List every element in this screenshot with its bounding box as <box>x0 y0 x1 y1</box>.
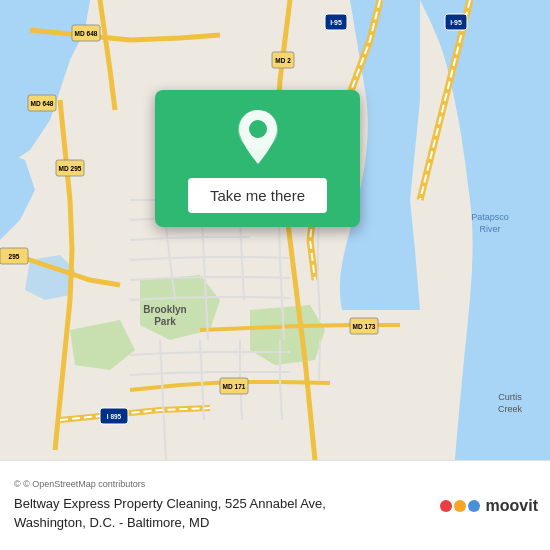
svg-text:I·95: I·95 <box>330 19 342 26</box>
moovit-logo-icon <box>438 490 482 522</box>
osm-credit: © © OpenStreetMap contributors <box>14 479 428 489</box>
svg-text:MD 2: MD 2 <box>275 57 291 64</box>
app-container: I·95 I·95 I·95 MD 648 MD 648 MD 2 MD 295… <box>0 0 550 550</box>
business-address: Beltway Express Property Cleaning, 525 A… <box>14 495 394 531</box>
map-pin-icon <box>234 108 282 166</box>
osm-credit-text: © OpenStreetMap contributors <box>23 479 145 489</box>
map-svg: I·95 I·95 I·95 MD 648 MD 648 MD 2 MD 295… <box>0 0 550 460</box>
svg-text:I·95: I·95 <box>450 19 462 26</box>
svg-text:I 895: I 895 <box>107 413 122 420</box>
svg-text:Brooklyn: Brooklyn <box>143 304 186 315</box>
svg-text:MD 648: MD 648 <box>31 100 54 107</box>
location-card: Take me there <box>155 90 360 227</box>
svg-text:River: River <box>479 224 500 234</box>
svg-text:295: 295 <box>9 253 20 260</box>
svg-point-33 <box>468 500 480 512</box>
svg-text:MD 648: MD 648 <box>75 30 98 37</box>
map-area: I·95 I·95 I·95 MD 648 MD 648 MD 2 MD 295… <box>0 0 550 460</box>
svg-text:Creek: Creek <box>498 404 523 414</box>
svg-text:MD 171: MD 171 <box>223 383 246 390</box>
svg-point-31 <box>440 500 452 512</box>
bottom-info: © © OpenStreetMap contributors Beltway E… <box>14 479 428 531</box>
moovit-text: moovit <box>486 497 538 515</box>
bottom-bar: © © OpenStreetMap contributors Beltway E… <box>0 460 550 550</box>
svg-text:Patapsco: Patapsco <box>471 212 509 222</box>
take-me-there-button[interactable]: Take me there <box>188 178 327 213</box>
osm-icon: © <box>14 479 21 489</box>
moovit-logo: moovit <box>438 490 538 522</box>
svg-text:MD 173: MD 173 <box>353 323 376 330</box>
svg-point-32 <box>454 500 466 512</box>
svg-text:Curtis: Curtis <box>498 392 522 402</box>
svg-text:Park: Park <box>154 316 176 327</box>
svg-point-30 <box>249 120 267 138</box>
svg-text:MD 295: MD 295 <box>59 165 82 172</box>
